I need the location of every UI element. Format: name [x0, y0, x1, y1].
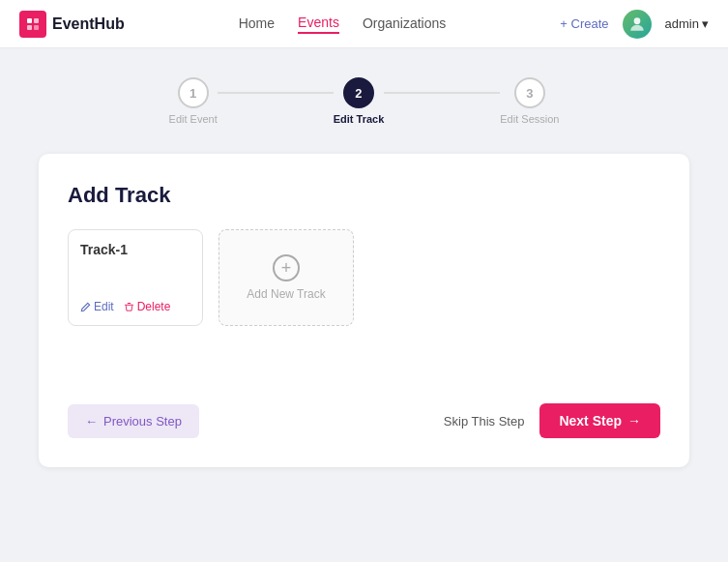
- track-card-1: Track-1 Edit Delete: [68, 229, 203, 326]
- nav-events[interactable]: Events: [298, 15, 339, 34]
- svg-rect-0: [27, 18, 32, 23]
- create-button[interactable]: + Create: [560, 16, 608, 31]
- avatar: [623, 10, 652, 39]
- step-2: 2 Edit Track: [334, 77, 385, 125]
- tracks-row: Track-1 Edit Delete: [68, 229, 660, 326]
- card-title: Add Track: [68, 183, 660, 208]
- main-card: Add Track Track-1 Edit: [39, 154, 689, 467]
- admin-menu[interactable]: admin ▾: [665, 16, 709, 31]
- step-2-circle: 2: [343, 77, 374, 108]
- footer-right: Skip This Step Next Step →: [444, 403, 660, 438]
- nav-organizations[interactable]: Organizations: [363, 15, 446, 33]
- track-edit-button[interactable]: Edit: [80, 300, 114, 313]
- step-1-label: Edit Event: [169, 113, 218, 125]
- step-1: 1 Edit Event: [169, 77, 218, 125]
- track-card-1-actions: Edit Delete: [80, 300, 190, 313]
- svg-rect-5: [125, 304, 133, 305]
- svg-rect-6: [127, 302, 131, 303]
- arrow-right-icon: →: [627, 413, 641, 429]
- svg-point-4: [633, 17, 640, 24]
- navbar: EventHub Home Events Organizations + Cre…: [0, 0, 728, 48]
- chevron-down-icon: ▾: [702, 16, 709, 31]
- main-content: 1 Edit Event 2 Edit Track 3 Edit Session: [0, 48, 728, 496]
- step-3-label: Edit Session: [500, 113, 559, 125]
- svg-rect-1: [34, 18, 39, 23]
- edit-icon: [80, 302, 91, 312]
- nav-home[interactable]: Home: [239, 15, 275, 33]
- previous-step-button[interactable]: ← Previous Step: [68, 404, 199, 438]
- logo: EventHub: [19, 11, 125, 38]
- delete-icon: [124, 302, 134, 312]
- add-track-plus-icon: +: [273, 254, 300, 281]
- step-3: 3 Edit Session: [500, 77, 559, 125]
- nav-right: + Create admin ▾: [560, 10, 709, 39]
- app-name: EventHub: [52, 15, 125, 33]
- step-line-2: [384, 92, 500, 94]
- step-2-label: Edit Track: [334, 113, 385, 125]
- logo-icon: [19, 11, 46, 38]
- step-3-circle: 3: [514, 77, 545, 108]
- track-delete-button[interactable]: Delete: [124, 300, 171, 313]
- track-card-1-title: Track-1: [80, 242, 190, 257]
- svg-rect-2: [27, 25, 32, 30]
- arrow-left-icon: ←: [85, 414, 98, 429]
- skip-step-link[interactable]: Skip This Step: [444, 414, 525, 429]
- svg-rect-3: [34, 25, 39, 30]
- next-step-button[interactable]: Next Step →: [539, 403, 660, 438]
- step-1-circle: 1: [178, 77, 209, 108]
- add-track-label: Add New Track: [247, 287, 325, 301]
- add-track-card[interactable]: + Add New Track: [218, 229, 354, 326]
- step-line-1: [218, 92, 334, 94]
- card-footer: ← Previous Step Skip This Step Next Step…: [68, 403, 660, 438]
- stepper: 1 Edit Event 2 Edit Track 3 Edit Session: [39, 77, 689, 125]
- nav-links: Home Events Organizations: [239, 15, 447, 34]
